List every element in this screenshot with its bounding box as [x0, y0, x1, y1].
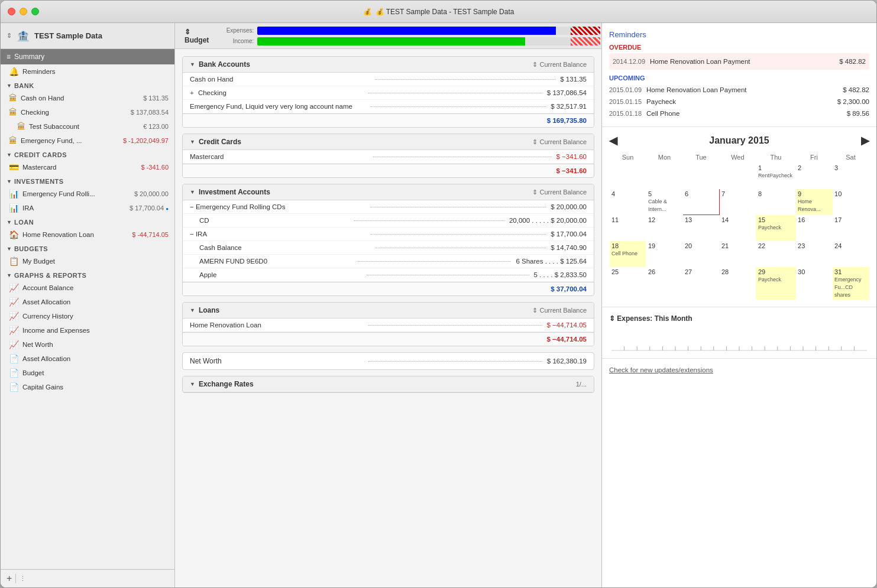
sidebar-section-budgets-title: BUDGETS [14, 245, 48, 252]
collapse-icon[interactable]: ▼ [190, 189, 195, 195]
cal-day[interactable]: 22 [756, 241, 795, 267]
cal-day[interactable]: 28 [719, 267, 756, 300]
sidebar-section-budgets-header[interactable]: ▼ BUDGETS [1, 242, 174, 254]
sidebar-item-asset-allocation-report[interactable]: 📄 Asset Allocation [1, 352, 174, 366]
bank-accounts-title: ▼ Bank Accounts [190, 60, 250, 69]
sidebar-sort-icon[interactable]: ⇕ [7, 32, 12, 40]
sidebar-item-reminders[interactable]: 🔔 Reminders [1, 64, 174, 79]
minimize-button[interactable] [20, 8, 27, 15]
cal-day[interactable]: 29Paycheck [756, 267, 795, 300]
collapse-icon[interactable]: ▼ [190, 381, 195, 387]
cal-day[interactable] [610, 163, 646, 189]
sidebar-item-budget-report[interactable]: 📄 Budget [1, 366, 174, 380]
sidebar-item-currency-history[interactable]: 📈 Currency History [1, 309, 174, 323]
cal-week-row: 4 5Cable & Intern... 6 7 8 9Home Renova.… [610, 189, 869, 215]
sidebar-item-summary[interactable]: ≡ Summary [1, 49, 174, 64]
calendar-next-button[interactable]: ▶ [861, 134, 869, 147]
add-account-button[interactable]: + [7, 573, 12, 584]
overdue-label: OVERDUE [609, 44, 869, 51]
update-link[interactable]: Check for new updates/extensions [609, 366, 713, 373]
calendar-header: ◀ January 2015 ▶ [609, 134, 869, 147]
cal-day[interactable]: 3 [833, 163, 869, 189]
cal-day[interactable]: 24 [833, 241, 869, 267]
sidebar-section-inv-header[interactable]: ▼ INVESTMENTS [1, 174, 174, 187]
cal-day[interactable]: 16 [796, 215, 833, 241]
sidebar-item-income-expenses[interactable]: 📈 Income and Expenses [1, 323, 174, 337]
cal-day[interactable]: 1RentPaycheck [756, 163, 795, 189]
credit-cards-header-right[interactable]: ⇕ Current Balance [532, 138, 587, 146]
sidebar-item-asset-allocation-graph[interactable]: 📈 Asset Allocation [1, 295, 174, 309]
cal-day[interactable]: 6 [682, 189, 719, 215]
calendar-prev-button[interactable]: ◀ [609, 134, 617, 147]
cal-day[interactable]: 17 [833, 215, 869, 241]
cal-day[interactable] [646, 163, 682, 189]
cal-day[interactable]: 30 [796, 267, 833, 300]
collapse-icon[interactable]: ▼ [190, 307, 195, 313]
sidebar-bottom: + ⋮ [1, 569, 174, 587]
investment-accounts-header-right[interactable]: ⇕ Current Balance [532, 189, 587, 196]
cal-day[interactable]: 2 [796, 163, 833, 189]
cal-day[interactable]: 26 [646, 267, 682, 300]
bank-accounts-header-right[interactable]: ⇕ Current Balance [532, 61, 587, 69]
credit-cards-title: ▼ Credit Cards [190, 138, 241, 146]
triangle-icon: ▼ [7, 178, 12, 184]
cal-week-row: 1RentPaycheck 2 3 [610, 163, 869, 189]
collapse-icon[interactable]: ▼ [190, 139, 195, 145]
chart-icon: 📈 [9, 340, 19, 349]
sidebar-item-ira[interactable]: 📊 IRA $ 17,700.04 ● [1, 201, 174, 215]
bank-icon: 🏛 [17, 122, 25, 131]
sidebar-item-emergency-fund[interactable]: 🏛 Emergency Fund, ... $ -1,202,049.97 [1, 134, 174, 148]
sidebar-item-mastercard[interactable]: 💳 Mastercard $ -341.60 [1, 160, 174, 174]
cal-day[interactable] [682, 163, 719, 189]
cal-day[interactable]: 18Cell Phone [610, 241, 646, 267]
sidebar-section-graphs-header[interactable]: ▼ GRAPHS & REPORTS [1, 268, 174, 281]
cal-day[interactable]: 23 [796, 241, 833, 267]
sidebar-section-cc-header[interactable]: ▼ CREDIT CARDS [1, 148, 174, 160]
table-row: Cash Balance $ 14,740.90 [183, 241, 594, 255]
sidebar-item-capital-gains[interactable]: 📄 Capital Gains [1, 380, 174, 394]
sidebar-resize-handle[interactable]: ⋮ [20, 575, 26, 583]
cal-day[interactable]: 11 [610, 215, 646, 241]
cal-day[interactable]: 5Cable & Intern... [646, 189, 682, 215]
close-button[interactable] [8, 8, 15, 15]
cal-day[interactable]: 7 [719, 189, 756, 215]
cal-day[interactable]: 19 [646, 241, 682, 267]
sidebar-summary-label: Summary [14, 53, 44, 61]
loans-section: ▼ Loans ⇕ Current Balance Home Renovatio… [182, 302, 594, 346]
sidebar-item-account-balance[interactable]: 📈 Account Balance [1, 281, 174, 295]
cal-day[interactable]: 10 [833, 189, 869, 215]
sidebar-item-subaccount[interactable]: 🏛 Test Subaccount € 123.00 [1, 119, 174, 134]
expenses-this-month-section: ⇕ Expenses: This Month [602, 307, 876, 359]
cal-day[interactable]: 25 [610, 267, 646, 300]
cal-header-tue: Tue [682, 152, 719, 163]
cal-day[interactable]: 27 [682, 267, 719, 300]
cal-day[interactable]: 15Paycheck [756, 215, 795, 241]
cal-day[interactable]: 12 [646, 215, 682, 241]
loans-header-right[interactable]: ⇕ Current Balance [532, 307, 587, 314]
cal-day[interactable]: 8 [756, 189, 795, 215]
cal-day[interactable]: 31Emergency Fu...CD shares [833, 267, 869, 300]
main-content: ▼ Bank Accounts ⇕ Current Balance Cash o… [175, 49, 601, 587]
cal-day[interactable]: 21 [719, 241, 756, 267]
divider [15, 574, 16, 583]
sidebar-item-home-loan[interactable]: 🏠 Home Renovation Loan $ -44,714.05 [1, 228, 174, 242]
sidebar-item-net-worth-graph[interactable]: 📈 Net Worth [1, 337, 174, 352]
cal-day[interactable]: 13 [682, 215, 719, 241]
sidebar-item-cash-on-hand[interactable]: 🏛 Cash on Hand $ 131.35 [1, 91, 174, 105]
titlebar: 💰 💰 TEST Sample Data - TEST Sample Data [1, 1, 876, 23]
sidebar-item-emergency-rolling[interactable]: 📊 Emergency Fund Rolli... $ 20,000.00 [1, 187, 174, 201]
maximize-button[interactable] [31, 8, 39, 15]
cal-day[interactable]: 4 [610, 189, 646, 215]
sidebar-section-bank-header[interactable]: ▼ BANK [1, 79, 174, 91]
report-icon: 📄 [9, 354, 19, 363]
sidebar-item-my-budget[interactable]: 📋 My Budget [1, 254, 174, 268]
cal-day[interactable]: 20 [682, 241, 719, 267]
sidebar-item-checking[interactable]: 🏛 Checking $ 137,083.54 [1, 105, 174, 119]
cal-day[interactable]: 14 [719, 215, 756, 241]
cal-day[interactable]: 9Home Renova... [796, 189, 833, 215]
reminders-title[interactable]: Reminders [609, 30, 869, 39]
cal-day[interactable] [719, 163, 756, 189]
sidebar-section-loan-header[interactable]: ▼ LOAN [1, 215, 174, 228]
sidebar-section-loan-title: LOAN [14, 219, 34, 226]
collapse-icon[interactable]: ▼ [190, 61, 195, 67]
